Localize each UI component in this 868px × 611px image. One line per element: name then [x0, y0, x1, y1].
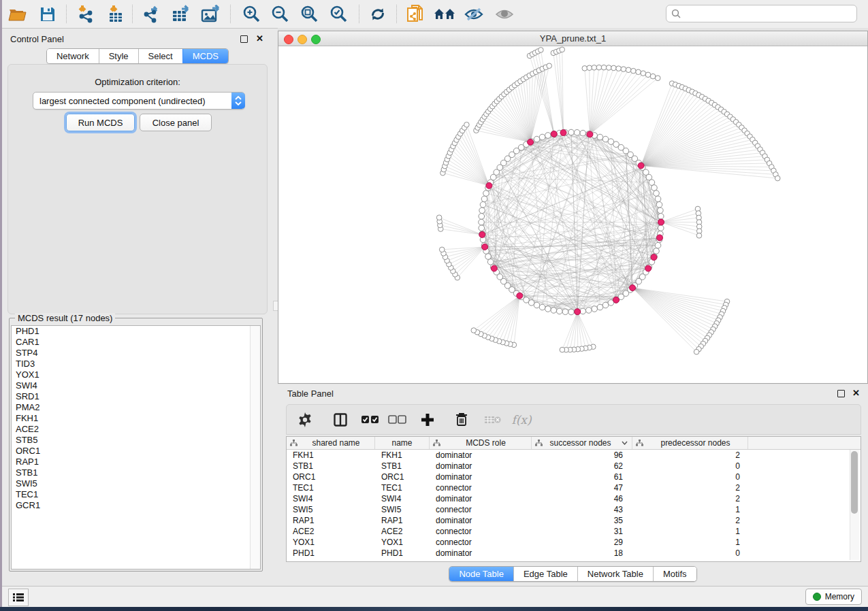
plus-icon: [421, 413, 434, 427]
run-mcds-button[interactable]: Run MCDS: [66, 114, 135, 131]
hide-selected-button[interactable]: [463, 3, 485, 25]
table-tab-node-table[interactable]: Node Table: [449, 567, 513, 581]
table-cell: TEC1: [375, 482, 430, 493]
import-network-button[interactable]: [75, 3, 97, 25]
mcds-result-item[interactable]: CAR1: [12, 337, 260, 348]
table-cell: 29: [532, 537, 632, 548]
table-tab-network-table[interactable]: Network Table: [577, 567, 653, 581]
search-input[interactable]: [684, 8, 856, 19]
mcds-result-item[interactable]: PMA2: [12, 402, 260, 413]
network-frame: YPA_prune.txt_1: [278, 31, 868, 384]
export-image-icon: [201, 5, 221, 24]
table-row[interactable]: SWI5SWI5connector431: [287, 504, 861, 515]
table-tab-motifs[interactable]: Motifs: [653, 567, 696, 581]
table-row[interactable]: PHD1PHD1dominator180: [287, 548, 861, 559]
search-icon: [671, 9, 681, 18]
mcds-list-scrollbar[interactable]: [250, 326, 260, 569]
mcds-result-item[interactable]: YOX1: [12, 369, 260, 380]
tab-network[interactable]: Network: [47, 49, 99, 63]
zoom-selected-button[interactable]: [327, 3, 349, 25]
table-cell: dominator: [430, 472, 532, 482]
table-cell: 1: [632, 537, 748, 548]
table-cell: YOX1: [375, 537, 430, 548]
table-tab-edge-table[interactable]: Edge Table: [513, 567, 577, 581]
show-all-button[interactable]: [494, 3, 515, 25]
table-settings-button[interactable]: [292, 408, 318, 432]
column-header-shared-name[interactable]: shared name: [287, 437, 375, 449]
mcds-result-item[interactable]: SWI4: [12, 380, 260, 391]
export-table-button[interactable]: [170, 3, 192, 25]
memory-button[interactable]: Memory: [805, 589, 862, 605]
mcds-result-list[interactable]: PHD1CAR1STP4TID3YOX1SWI4SRD1PMA2FKH1ACE2…: [11, 325, 261, 569]
column-header-name[interactable]: name: [375, 437, 430, 449]
table-row[interactable]: SWI4SWI4dominator462: [287, 493, 861, 504]
optimization-criterion-label: Optimization criterion:: [8, 77, 267, 87]
table-row[interactable]: STB1STB1dominator620: [287, 461, 861, 472]
open-file-button[interactable]: [7, 3, 29, 25]
destroy-column-button: [480, 408, 506, 432]
houses-button[interactable]: [434, 3, 455, 25]
mcds-result-item[interactable]: SWI5: [12, 478, 260, 489]
select-all-button[interactable]: [357, 408, 383, 432]
mcds-result-item[interactable]: PHD1: [12, 326, 260, 337]
refresh-view-button[interactable]: [367, 3, 389, 25]
create-column-button[interactable]: [415, 408, 440, 432]
table-cell: dominator: [430, 450, 532, 461]
table-row[interactable]: ORC1ORC1dominator610: [287, 472, 861, 482]
table-row[interactable]: RAP1RAP1dominator352: [287, 515, 861, 526]
destroy-column-icon: [484, 414, 502, 425]
table-row[interactable]: ACE2ACE2connector311: [287, 526, 861, 537]
mcds-result-item[interactable]: FKH1: [12, 413, 260, 424]
table-cell: 2: [632, 515, 748, 526]
table-scrollbar-thumb[interactable]: [851, 451, 858, 514]
delete-column-button[interactable]: [449, 408, 475, 432]
zoom-out-button[interactable]: [269, 3, 291, 25]
network-canvas[interactable]: [278, 46, 867, 383]
table-cell: [748, 526, 861, 537]
mcds-result-item[interactable]: TEC1: [12, 489, 260, 500]
clear-selection-button[interactable]: [385, 408, 411, 432]
table-scrollbar[interactable]: [850, 450, 859, 560]
zoom-fit-button[interactable]: [298, 3, 320, 25]
zoom-in-button[interactable]: [240, 3, 262, 25]
close-panel-action-button[interactable]: Close panel: [140, 114, 212, 131]
close-panel-button[interactable]: ✕: [256, 35, 263, 42]
table-header: shared namenameMCDS rolesuccessor nodesp…: [287, 437, 861, 450]
table-cell: 2: [632, 493, 748, 504]
table-row[interactable]: YOX1YOX1connector291: [287, 537, 861, 548]
mcds-result-item[interactable]: ORC1: [12, 446, 260, 457]
optimization-criterion-select[interactable]: largest connected component (undirected): [33, 92, 245, 110]
tab-select[interactable]: Select: [138, 49, 182, 63]
import-table-button[interactable]: [105, 3, 127, 25]
column-header-predecessor-nodes[interactable]: predecessor nodes: [632, 437, 748, 449]
close-table-panel-button[interactable]: ✕: [852, 390, 860, 397]
show-panels-button[interactable]: [8, 589, 29, 606]
mcds-result-item[interactable]: STB1: [12, 467, 260, 478]
tab-style[interactable]: Style: [99, 49, 138, 63]
table-body: FKH1FKH1dominator962STB1STB1dominator620…: [287, 450, 861, 559]
show-columns-button[interactable]: [327, 408, 353, 432]
export-image-button[interactable]: [200, 3, 222, 25]
column-header-successor-nodes[interactable]: successor nodes: [532, 437, 632, 449]
mcds-result-item[interactable]: GCR1: [12, 500, 260, 511]
column-header-mcds-role[interactable]: MCDS role: [430, 437, 532, 449]
mcds-result-item[interactable]: ACE2: [12, 424, 260, 435]
mcds-result-item[interactable]: SRD1: [12, 391, 260, 402]
float-table-panel-button[interactable]: [837, 390, 845, 397]
mcds-result-item[interactable]: STB5: [12, 435, 260, 446]
mcds-result-item[interactable]: TID3: [12, 359, 260, 369]
export-network-button[interactable]: [140, 3, 162, 25]
tab-mcds[interactable]: MCDS: [182, 49, 228, 63]
clone-network-icon: [406, 4, 425, 24]
clone-network-button[interactable]: [404, 3, 426, 25]
mcds-panel: Optimization criterion: largest connecte…: [7, 64, 268, 314]
save-session-button[interactable]: [37, 3, 59, 25]
mcds-result-item[interactable]: RAP1: [12, 457, 260, 467]
float-panel-button[interactable]: [240, 35, 248, 43]
network-title: YPA_prune.txt_1: [278, 33, 867, 44]
vertical-splitter[interactable]: [273, 29, 278, 587]
mcds-result-item[interactable]: STP4: [12, 348, 260, 359]
table-row[interactable]: TEC1TEC1connector472: [287, 482, 861, 493]
eye-slash-icon: [464, 6, 484, 22]
table-row[interactable]: FKH1FKH1dominator962: [287, 450, 861, 461]
